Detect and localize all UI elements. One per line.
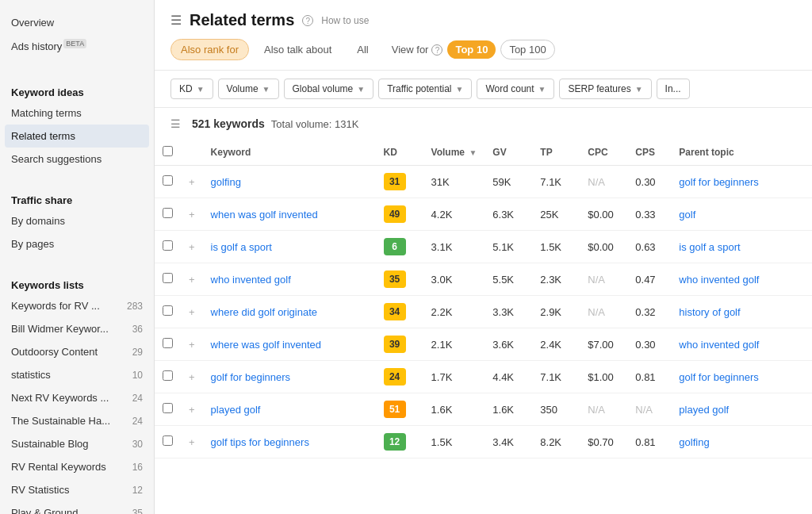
- cps-value: 0.81: [635, 371, 655, 383]
- row-gv: 59K: [485, 166, 532, 198]
- row-parent-topic: who invented golf: [671, 263, 812, 296]
- row-checkbox-cell: [155, 296, 181, 328]
- row-checkbox[interactable]: [163, 403, 173, 413]
- cpc-na: N/A: [588, 404, 605, 416]
- row-add-button[interactable]: +: [181, 328, 203, 361]
- filter-in[interactable]: In...: [657, 79, 690, 99]
- tab-also-talk-about[interactable]: Also talk about: [254, 39, 342, 60]
- row-checkbox[interactable]: [163, 435, 173, 446]
- keyword-link[interactable]: who invented golf: [211, 274, 291, 286]
- tab-top-10[interactable]: Top 10: [447, 40, 496, 59]
- row-add-button[interactable]: +: [181, 263, 203, 296]
- row-cps: 0.33: [627, 198, 671, 231]
- tab-also-rank-for[interactable]: Also rank for: [170, 39, 249, 60]
- filter-serp-features[interactable]: SERP features ▼: [559, 79, 651, 99]
- page-title: Related terms: [190, 11, 294, 29]
- row-add-button[interactable]: +: [181, 361, 203, 393]
- row-volume: 2.1K: [423, 328, 485, 361]
- row-checkbox[interactable]: [163, 305, 173, 316]
- tab-top-100[interactable]: Top 100: [500, 40, 554, 59]
- parent-topic-link[interactable]: played golf: [679, 404, 729, 416]
- sort-icon[interactable]: ☰: [170, 117, 181, 130]
- parent-topic-link[interactable]: golf for beginners: [679, 371, 758, 383]
- row-checkbox[interactable]: [163, 273, 173, 283]
- sidebar-section-keyword-ideas: Keyword ideas: [0, 75, 154, 102]
- sidebar-item-kw-bill[interactable]: Bill Widmer Keywor... 36: [0, 317, 154, 340]
- table-row: + when was golf invented 49 4.2K 6.3K 25…: [155, 198, 812, 231]
- parent-topic-link[interactable]: golfing: [679, 436, 709, 448]
- table-row: + where did golf originate 34 2.2K 3.3K …: [155, 296, 812, 328]
- parent-topic-link[interactable]: who invented golf: [679, 339, 759, 351]
- parent-topic-link[interactable]: history of golf: [679, 306, 740, 318]
- sidebar-item-by-domains[interactable]: By domains: [0, 209, 154, 232]
- col-header-volume[interactable]: Volume ▼: [423, 140, 485, 166]
- sidebar-item-kw-rv[interactable]: Keywords for RV ... 283: [0, 294, 154, 317]
- sidebar-item-ads-history[interactable]: Ads historyBETA: [0, 34, 154, 58]
- view-for-label: View for: [392, 44, 429, 56]
- sidebar-item-kw-rv-statistics[interactable]: RV Statistics 12: [0, 478, 154, 501]
- row-keyword: played golf: [203, 393, 376, 426]
- keyword-link[interactable]: when was golf invented: [211, 209, 318, 221]
- filter-volume[interactable]: Volume ▼: [218, 79, 279, 99]
- sort-arrow-icon: ▼: [469, 148, 477, 157]
- row-add-button[interactable]: +: [181, 426, 203, 458]
- row-checkbox[interactable]: [163, 240, 173, 251]
- row-kd: 39: [376, 328, 423, 361]
- row-cpc: $0.00: [580, 198, 627, 231]
- sidebar-item-related-terms[interactable]: Related terms: [5, 125, 149, 148]
- tab-all[interactable]: All: [347, 39, 378, 60]
- row-add-button[interactable]: +: [181, 393, 203, 426]
- sidebar-item-kw-sustainable-ha[interactable]: The Sustainable Ha... 24: [0, 409, 154, 432]
- row-cpc: N/A: [580, 393, 627, 426]
- sidebar-item-kw-rv-rental[interactable]: RV Rental Keywords 16: [0, 455, 154, 478]
- how-to-use-link[interactable]: How to use: [321, 15, 369, 26]
- filter-tabs: Also rank for Also talk about All View f…: [170, 39, 796, 70]
- sidebar-item-kw-play-ground[interactable]: Play & Ground 35: [0, 501, 154, 514]
- sidebar-item-search-suggestions[interactable]: Search suggestions: [0, 148, 154, 171]
- sidebar-item-kw-sustainable-blog[interactable]: Sustainable Blog 30: [0, 432, 154, 455]
- row-add-button[interactable]: +: [181, 198, 203, 231]
- cps-value: 0.30: [635, 339, 655, 351]
- row-checkbox[interactable]: [163, 338, 173, 348]
- hamburger-icon[interactable]: ☰: [170, 13, 182, 28]
- row-cps: 0.30: [627, 166, 671, 198]
- sidebar-item-kw-outdoorsy[interactable]: Outdoorsy Content 29: [0, 340, 154, 363]
- sidebar-item-matching-terms[interactable]: Matching terms: [0, 102, 154, 125]
- row-checkbox[interactable]: [163, 370, 173, 381]
- row-checkbox[interactable]: [163, 208, 173, 218]
- row-add-button[interactable]: +: [181, 166, 203, 198]
- row-keyword: when was golf invented: [203, 198, 376, 231]
- keyword-link[interactable]: golf tips for beginners: [211, 436, 309, 448]
- filter-word-count[interactable]: Word count ▼: [477, 79, 554, 99]
- row-add-button[interactable]: +: [181, 231, 203, 263]
- keyword-link[interactable]: is golf a sport: [211, 241, 272, 253]
- parent-topic-link[interactable]: golf for beginners: [679, 176, 758, 188]
- keyword-link[interactable]: golf for beginners: [211, 371, 290, 383]
- keyword-link[interactable]: where was golf invented: [211, 339, 321, 351]
- row-gv: 3.3K: [485, 296, 532, 328]
- filter-global-volume[interactable]: Global volume ▼: [284, 79, 374, 99]
- view-for-help-icon[interactable]: ?: [431, 44, 442, 56]
- cps-value: 0.30: [635, 176, 655, 188]
- table-row: + golf tips for beginners 12 1.5K 3.4K 8…: [155, 426, 812, 458]
- sidebar-item-kw-next-rv[interactable]: Next RV Keywords ... 24: [0, 386, 154, 409]
- main-content: ☰ Related terms ? How to use Also rank f…: [155, 0, 812, 514]
- filter-traffic-potential[interactable]: Traffic potential ▼: [378, 79, 472, 99]
- keyword-link[interactable]: played golf: [211, 404, 261, 416]
- sidebar-item-overview[interactable]: Overview: [0, 11, 154, 34]
- select-all-checkbox[interactable]: [163, 146, 173, 156]
- parent-topic-link[interactable]: who invented golf: [679, 274, 759, 286]
- keyword-link[interactable]: golfing: [211, 176, 241, 188]
- parent-topic-link[interactable]: is golf a sport: [679, 241, 740, 253]
- row-checkbox[interactable]: [163, 175, 173, 186]
- filter-kd[interactable]: KD ▼: [170, 79, 213, 99]
- keywords-header: ☰ 521 keywords Total volume: 131K: [155, 108, 812, 140]
- cpc-value: $0.00: [588, 241, 614, 253]
- sidebar-item-by-pages[interactable]: By pages: [0, 232, 154, 255]
- sidebar-item-kw-statistics[interactable]: statistics 10: [0, 363, 154, 386]
- parent-topic-link[interactable]: golf: [679, 209, 695, 221]
- keyword-link[interactable]: where did golf originate: [211, 306, 317, 318]
- row-add-button[interactable]: +: [181, 296, 203, 328]
- cpc-value: $0.00: [588, 209, 614, 221]
- help-icon[interactable]: ?: [302, 15, 313, 26]
